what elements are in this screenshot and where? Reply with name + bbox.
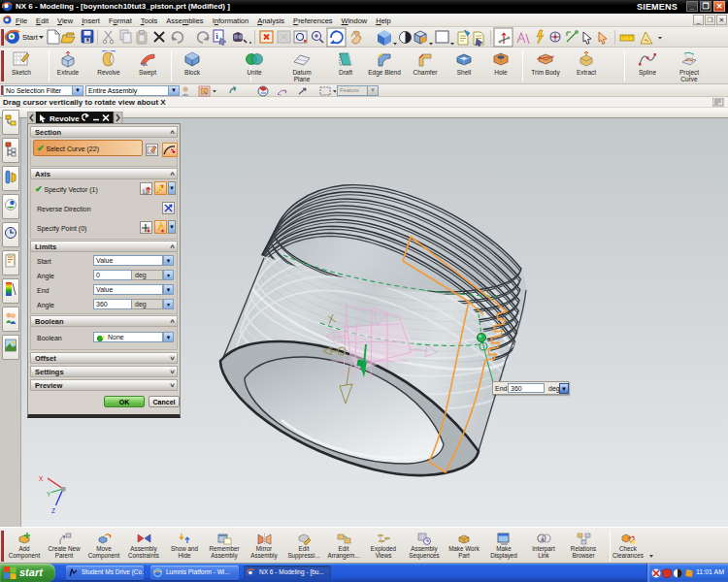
svg-text:Start: Start <box>22 33 39 42</box>
svg-text:Y: Y <box>47 491 51 498</box>
svg-text:X: X <box>39 475 44 482</box>
svg-text:Z: Z <box>51 507 55 514</box>
